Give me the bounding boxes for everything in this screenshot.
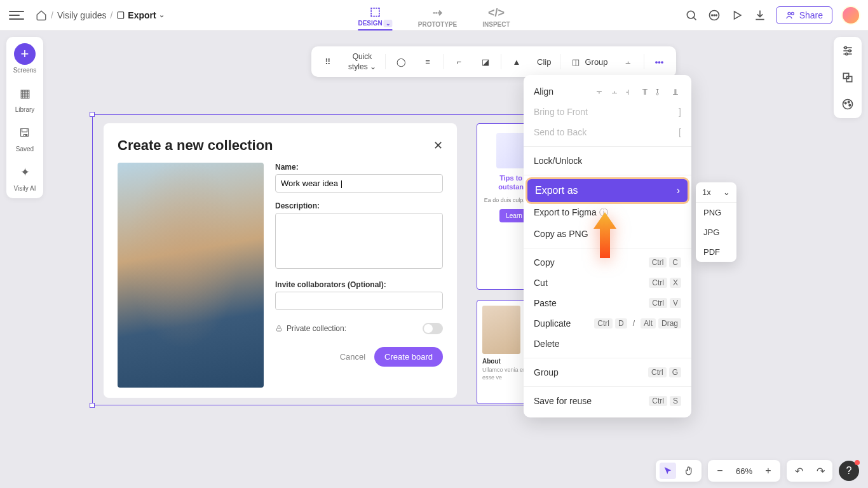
cursor-tool[interactable] — [660, 463, 676, 479]
private-toggle[interactable] — [423, 323, 443, 334]
svg-rect-0 — [118, 11, 124, 18]
export-pdf[interactable]: PDF — [696, 242, 736, 262]
search-icon[interactable] — [684, 8, 698, 22]
close-icon[interactable]: ✕ — [433, 139, 443, 152]
align-top-icon[interactable]: ⫪ — [641, 86, 651, 97]
inspect-icon: </> — [488, 6, 505, 20]
tab-inspect[interactable]: </> INSPECT — [482, 6, 510, 30]
description-label: Description: — [275, 201, 443, 210]
align-left-icon[interactable]: ⫟ — [595, 86, 605, 97]
collection-image — [118, 163, 264, 388]
canvas[interactable]: Create a new collection ✕ Name: Descript… — [0, 30, 868, 488]
top-right-actions: Share — [684, 6, 860, 25]
users-icon — [785, 10, 796, 20]
comment-icon[interactable] — [707, 8, 721, 22]
resize-handle[interactable] — [90, 403, 95, 408]
invite-label: Invite collaborators (Optional): — [275, 280, 443, 289]
scale-dropdown[interactable]: 1x⌄ — [696, 182, 736, 203]
menu-lock[interactable]: Lock/Unlock — [524, 151, 691, 171]
help-button[interactable]: ? — [839, 461, 859, 481]
chevron-down-icon: ⌄ — [159, 11, 165, 19]
breadcrumb-guides[interactable]: Visily guides — [57, 10, 107, 20]
info-icon: ⓘ — [599, 207, 608, 217]
group-button[interactable]: ◫Group — [564, 53, 613, 71]
description-input[interactable] — [275, 213, 443, 269]
prototype-icon: ⇢ — [433, 6, 442, 20]
menu-save-reuse[interactable]: Save for reuseCtrlS — [524, 391, 691, 411]
invite-input[interactable] — [275, 292, 443, 310]
create-board-button[interactable]: Create board — [374, 347, 443, 367]
menu-send-back[interactable]: Send to Back[ — [524, 122, 691, 142]
fill-tool-icon[interactable]: ▲ — [505, 53, 528, 71]
mode-tabs: ⬚ DESIGN⌄ ⇢ PROTOTYPE </> INSPECT — [358, 0, 510, 30]
svg-point-6 — [788, 12, 790, 15]
resize-handle[interactable] — [90, 112, 95, 117]
menu-duplicate[interactable]: DuplicateCtrlD/AltDrag — [524, 313, 691, 334]
svg-point-3 — [711, 15, 712, 16]
selection-toolbar: ⠿ Quickstyles ⌄ ◯ ≡ ⌐ ◪ ▲ Clip ◫Group ⫠ … — [311, 46, 676, 77]
download-icon[interactable] — [753, 8, 767, 22]
private-label: Private collection: — [287, 324, 346, 333]
redo-button[interactable]: ↷ — [812, 463, 829, 479]
menu-bring-front[interactable]: Bring to Front] — [524, 102, 691, 122]
breadcrumb-separator: / — [110, 10, 112, 20]
group-icon: ◫ — [569, 55, 582, 68]
shadow-tool-icon[interactable]: ◪ — [474, 53, 497, 71]
breadcrumb-separator: / — [51, 10, 53, 20]
menu-copy-png[interactable]: Copy as PNG — [524, 224, 691, 244]
align-middle-icon[interactable]: ⫱ — [656, 86, 666, 97]
breadcrumb: / Visily guides / Export ⌄ — [36, 10, 165, 21]
user-avatar[interactable] — [841, 6, 860, 25]
page-icon — [116, 11, 125, 20]
context-menu: Align ⫟ ⫠ ⫞ ⫪ ⫱ ⫫ Bring to Front] Send t… — [524, 75, 691, 417]
play-icon[interactable] — [730, 8, 744, 22]
zoom-level[interactable]: 66% — [733, 466, 755, 476]
svg-point-7 — [791, 12, 794, 15]
undo-button[interactable]: ↶ — [790, 463, 807, 479]
svg-point-1 — [687, 11, 695, 18]
align-bottom-icon[interactable]: ⫫ — [671, 86, 681, 97]
design-icon: ⬚ — [370, 4, 381, 18]
menu-copy[interactable]: CopyCtrlC — [524, 252, 691, 273]
chevron-down-icon[interactable]: ⌄ — [384, 20, 393, 27]
menu-delete[interactable]: Delete — [524, 334, 691, 354]
menu-export-as[interactable]: Export as › — [527, 179, 688, 202]
chevron-right-icon: › — [677, 185, 680, 196]
name-input[interactable] — [275, 174, 443, 193]
menu-icon[interactable] — [8, 6, 25, 24]
svg-point-4 — [714, 15, 715, 16]
menu-paste[interactable]: PasteCtrlV — [524, 293, 691, 313]
zoom-out[interactable]: − — [712, 463, 728, 479]
lock-icon — [275, 325, 283, 332]
align-right-icon[interactable]: ⫞ — [625, 86, 635, 97]
circle-tool-icon[interactable]: ◯ — [390, 53, 412, 71]
name-label: Name: — [275, 163, 443, 172]
hand-tool[interactable] — [681, 463, 698, 479]
export-png[interactable]: PNG — [696, 203, 736, 222]
collection-modal: Create a new collection ✕ Name: Descript… — [104, 123, 457, 398]
tab-prototype[interactable]: ⇢ PROTOTYPE — [418, 6, 458, 30]
align-center-icon[interactable]: ⫠ — [610, 86, 620, 97]
more-icon[interactable]: ••• — [648, 53, 671, 71]
zoom-in[interactable]: + — [760, 463, 776, 479]
menu-group[interactable]: GroupCtrlG — [524, 362, 691, 383]
menu-align[interactable]: Align ⫟ ⫠ ⫞ ⫪ ⫱ ⫫ — [524, 81, 691, 102]
share-button[interactable]: Share — [776, 6, 832, 24]
drag-handle-icon[interactable]: ⠿ — [316, 53, 339, 71]
home-icon[interactable] — [36, 10, 47, 21]
modal-title: Create a new collection — [118, 137, 273, 154]
export-jpg[interactable]: JPG — [696, 222, 736, 242]
cancel-button[interactable]: Cancel — [340, 352, 365, 362]
border-tool-icon[interactable]: ≡ — [416, 53, 439, 71]
align-tool-icon[interactable]: ⫠ — [617, 53, 640, 71]
bottom-toolbar: − 66% + ↶ ↷ ? — [656, 460, 859, 482]
tab-design[interactable]: ⬚ DESIGN⌄ — [358, 4, 392, 30]
clip-button[interactable]: Clip — [532, 55, 556, 69]
menu-export-figma[interactable]: Export to Figma ⓘ — [524, 202, 691, 224]
menu-cut[interactable]: CutCtrlX — [524, 273, 691, 293]
quick-styles-button[interactable]: Quickstyles ⌄ — [343, 50, 381, 73]
breadcrumb-current[interactable]: Export ⌄ — [116, 10, 164, 20]
corner-tool-icon[interactable]: ⌐ — [447, 53, 470, 71]
top-bar: / Visily guides / Export ⌄ ⬚ DESIGN⌄ ⇢ P… — [0, 0, 868, 30]
svg-point-5 — [715, 15, 717, 16]
